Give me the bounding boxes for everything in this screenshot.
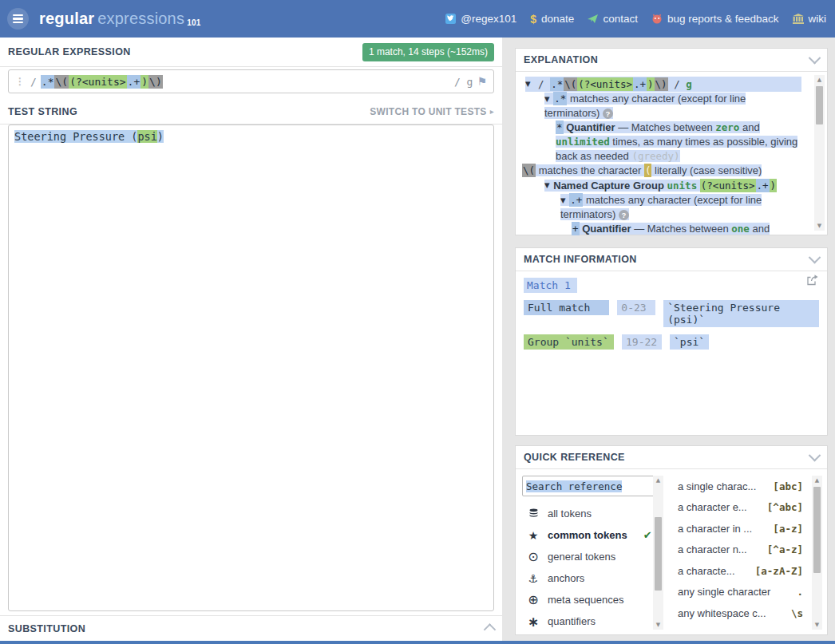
menu-button[interactable] [7, 8, 29, 30]
chevron-down-icon[interactable] [809, 251, 821, 263]
explanation-line-text: * Quantifier — Matches between zero and … [556, 121, 797, 162]
category-common-tokens[interactable]: ★common tokens✔ [522, 524, 652, 546]
match-row: Group `units`19-22`psi` [524, 334, 819, 350]
switch-to-unit-tests-link[interactable]: SWITCH TO UNIT TESTS ▸ [370, 106, 494, 117]
quick-reference-title: QUICK REFERENCE [524, 452, 625, 463]
scrollbar-thumb[interactable] [813, 487, 821, 573]
reference-entry-token: [abc] [773, 480, 803, 492]
nav-link-label: donate [541, 13, 574, 25]
explanation-panel-header[interactable]: EXPLANATION [516, 49, 827, 72]
match-row-value: `psi` [670, 334, 709, 350]
scrollbar-thumb[interactable] [816, 86, 823, 124]
explanation-segment: ▼ [560, 196, 568, 204]
right-arrow-icon: ▸ [490, 107, 494, 116]
match-information-panel-header[interactable]: MATCH INFORMATION [516, 248, 827, 271]
regex-token: \) [148, 75, 163, 89]
nav-link-wiki[interactable]: wiki [793, 13, 827, 25]
match-information-title: MATCH INFORMATION [524, 254, 637, 265]
reference-entry[interactable]: a character n...[^a-z] [678, 539, 803, 561]
dollar-icon: $ [530, 13, 536, 26]
explanation-line-text: ▼ .* matches any character (except for l… [544, 93, 746, 119]
chevron-up-icon[interactable] [484, 623, 497, 636]
test-string-content: Steering Pressure (psi) [14, 130, 164, 143]
substitution-header[interactable]: SUBSTITUTION [0, 615, 502, 641]
explanation-segment: (greedy) [631, 150, 679, 162]
explanation-segment: — Matches between [631, 223, 732, 235]
reference-scrollbar[interactable]: ▲ ▼ [812, 476, 822, 630]
explanation-segment: matches any character (except for line t… [544, 93, 746, 119]
nav-link-label: bug reports & feedback [667, 13, 779, 25]
quick-reference-panel-header[interactable]: QUICK REFERENCE [516, 446, 827, 469]
explanation-scrollbar[interactable]: ▲ ▼ [814, 75, 825, 231]
explanation-segment: g [686, 78, 692, 90]
regex-flags[interactable]: / g [454, 76, 473, 88]
search-reference-input[interactable]: Search reference [522, 476, 655, 496]
scroll-down-icon[interactable]: ▼ [653, 620, 663, 630]
category-label: anchors [548, 572, 584, 584]
regular-expression-header: REGULAR EXPRESSION 1 match, 14 steps (~1… [0, 38, 502, 67]
explanation-segment: matches the character [536, 164, 644, 176]
explanation-segment: matches any character (except for line t… [560, 194, 762, 220]
explanation-segment: Quantifier [566, 121, 615, 133]
category-meta-sequences[interactable]: ⊕meta sequences [522, 589, 652, 610]
nav-link-bug-reports-feedback[interactable]: bug reports & feedback [651, 13, 779, 25]
category-all-tokens[interactable]: all tokens [522, 503, 652, 524]
scroll-up-icon[interactable]: ▲ [812, 476, 822, 485]
quick-reference-content: Search reference ▲ ▼ all tokens★common t… [516, 469, 827, 636]
circle-dot-icon: ⊙ [527, 549, 540, 564]
explanation-line: ▼ Named Capture Group units (?<units>.+) [522, 178, 821, 193]
help-icon[interactable]: ? [603, 109, 613, 119]
reference-entry-token: . [797, 586, 803, 598]
test-string-header: TEST STRING SWITCH TO UNIT TESTS ▸ [0, 99, 502, 124]
reference-entry[interactable]: a single charac...[abc] [678, 476, 803, 497]
nav-link-label: contact [603, 13, 638, 25]
test-string-input[interactable]: Steering Pressure (psi) [8, 124, 494, 611]
explanation-line: ▼ / .*\((?<units>.+)\) / g [522, 77, 821, 92]
scroll-down-icon[interactable]: ▼ [812, 620, 822, 630]
flag-icon[interactable]: ⚑ [477, 75, 487, 88]
scrollbar-thumb[interactable] [655, 517, 662, 591]
nav-links: @regex101$donatecontactbug reports & fee… [445, 13, 826, 26]
reference-entry[interactable]: a character in ...[a-z] [678, 518, 803, 539]
category-label: common tokens [548, 529, 627, 541]
scroll-up-icon[interactable]: ▲ [814, 75, 825, 85]
reference-entry[interactable]: a characte...[a-zA-Z] [678, 560, 803, 582]
scroll-up-icon[interactable]: ▲ [653, 476, 663, 485]
navbar: regularexpressions101 @regex101$donateco… [0, 0, 835, 38]
reference-entry-description: a character e... [678, 501, 747, 513]
explanation-line-text: ▼ .+ matches any character (except for l… [560, 194, 762, 220]
help-icon[interactable]: ? [619, 210, 629, 220]
category-general-tokens[interactable]: ⊙general tokens [522, 546, 652, 567]
match-rows: Full match0-23`Steering Pressure (psi)`G… [524, 300, 819, 350]
nav-link-contact[interactable]: contact [588, 13, 638, 25]
export-matches-icon[interactable] [805, 274, 819, 289]
search-reference-value: Search reference [526, 480, 622, 492]
test-string-segment: psi [137, 130, 156, 143]
reference-entry-token: [a-z] [773, 523, 803, 535]
reference-entry-description: any single character [678, 586, 770, 598]
category-anchors[interactable]: ⚓anchors [522, 567, 652, 589]
left-column: REGULAR EXPRESSION 1 match, 14 steps (~1… [0, 38, 502, 641]
reference-entry[interactable]: a character e...[^abc] [678, 497, 803, 519]
drag-handle-icon[interactable]: ⋮ [15, 76, 25, 87]
match-1-label: Match 1 [524, 278, 577, 293]
category-label: quantifiers [548, 615, 596, 627]
reference-entry[interactable]: any whitespace c...\s [678, 603, 803, 624]
nav-link-regex101[interactable]: @regex101 [445, 13, 516, 25]
scroll-down-icon[interactable]: ▼ [814, 221, 825, 231]
regex-input[interactable]: ⋮ / .*\((?<units>.+)\) / g ⚑ [8, 69, 494, 93]
chevron-down-icon[interactable] [809, 448, 821, 461]
logo-expressions: expressions [97, 10, 184, 27]
reference-entry[interactable]: any single character. [678, 582, 803, 603]
explanation-segment: .+ [569, 193, 583, 207]
nav-link-donate[interactable]: $donate [530, 13, 574, 26]
explanation-segment: / [668, 78, 687, 90]
category-scrollbar[interactable]: ▲ ▼ [653, 476, 663, 630]
logo[interactable]: regularexpressions101 [39, 10, 200, 28]
chevron-down-icon[interactable] [809, 51, 821, 64]
category-quantifiers[interactable]: ∗quantifiers [522, 610, 652, 632]
explanation-segment: units [667, 180, 698, 192]
explanation-segment: / [532, 78, 551, 90]
explanation-content: ▼ / .*\((?<units>.+)\) / g▼ .* matches a… [516, 72, 827, 237]
explanation-segment: and [739, 121, 759, 133]
